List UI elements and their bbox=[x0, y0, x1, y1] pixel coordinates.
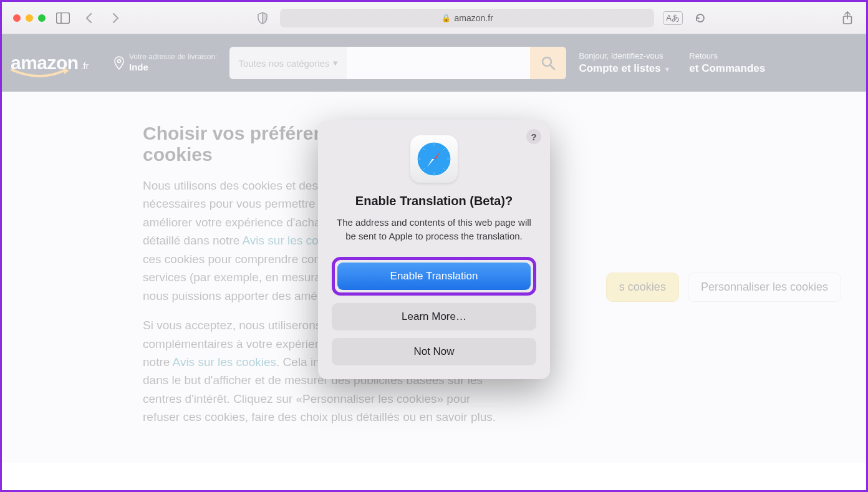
reload-button[interactable] bbox=[692, 9, 709, 27]
back-button[interactable] bbox=[80, 9, 98, 27]
help-button[interactable]: ? bbox=[526, 129, 541, 144]
browser-toolbar: 🔒 amazon.fr Aあ bbox=[2, 2, 866, 34]
privacy-shield-icon[interactable] bbox=[254, 9, 271, 27]
highlighted-action: Enable Translation bbox=[332, 257, 536, 296]
dialog-description: The address and contents of this web pag… bbox=[332, 216, 536, 243]
translation-dialog: ? Enable Translation (Beta)? The address… bbox=[318, 120, 550, 379]
url-text: amazon.fr bbox=[455, 13, 493, 23]
lock-icon: 🔒 bbox=[441, 14, 451, 22]
not-now-button[interactable]: Not Now bbox=[332, 338, 536, 365]
enable-translation-button[interactable]: Enable Translation bbox=[337, 263, 531, 290]
forward-button[interactable] bbox=[107, 9, 124, 27]
minimize-window-button[interactable] bbox=[26, 14, 33, 22]
safari-app-icon bbox=[410, 135, 458, 183]
translate-icon[interactable]: Aあ bbox=[663, 11, 683, 25]
close-window-button[interactable] bbox=[13, 14, 21, 22]
svg-rect-0 bbox=[57, 12, 70, 23]
address-bar[interactable]: 🔒 amazon.fr bbox=[280, 9, 654, 27]
zoom-window-button[interactable] bbox=[38, 14, 46, 22]
learn-more-button[interactable]: Learn More… bbox=[332, 303, 536, 330]
window-controls bbox=[13, 14, 46, 22]
dialog-title: Enable Translation (Beta)? bbox=[332, 194, 536, 208]
share-button[interactable] bbox=[839, 9, 856, 27]
sidebar-toggle-icon[interactable] bbox=[54, 9, 72, 27]
